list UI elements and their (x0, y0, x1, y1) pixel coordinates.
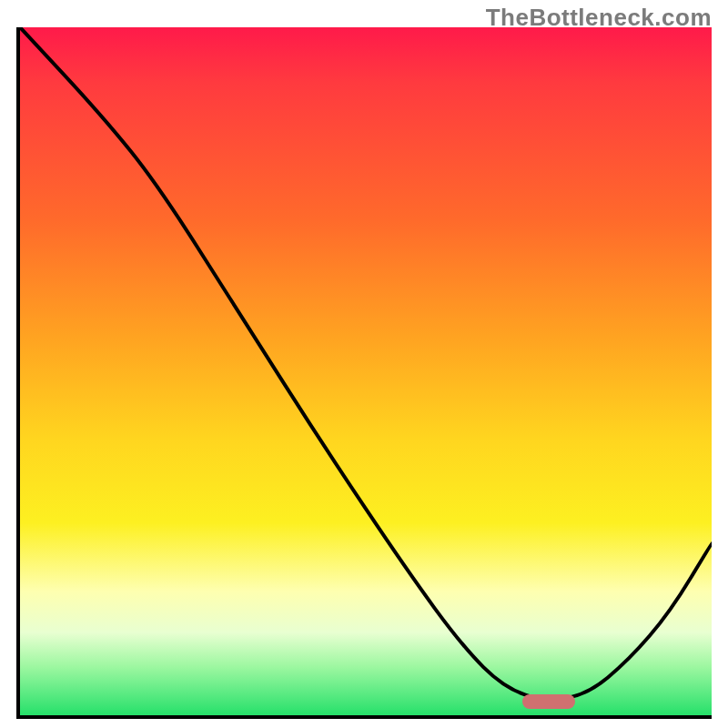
plot-area (16, 27, 712, 719)
bottleneck-curve (20, 27, 712, 715)
watermark-text: TheBottleneck.com (486, 4, 712, 32)
optimal-marker (522, 694, 575, 709)
chart-stage: TheBottleneck.com (0, 0, 728, 728)
